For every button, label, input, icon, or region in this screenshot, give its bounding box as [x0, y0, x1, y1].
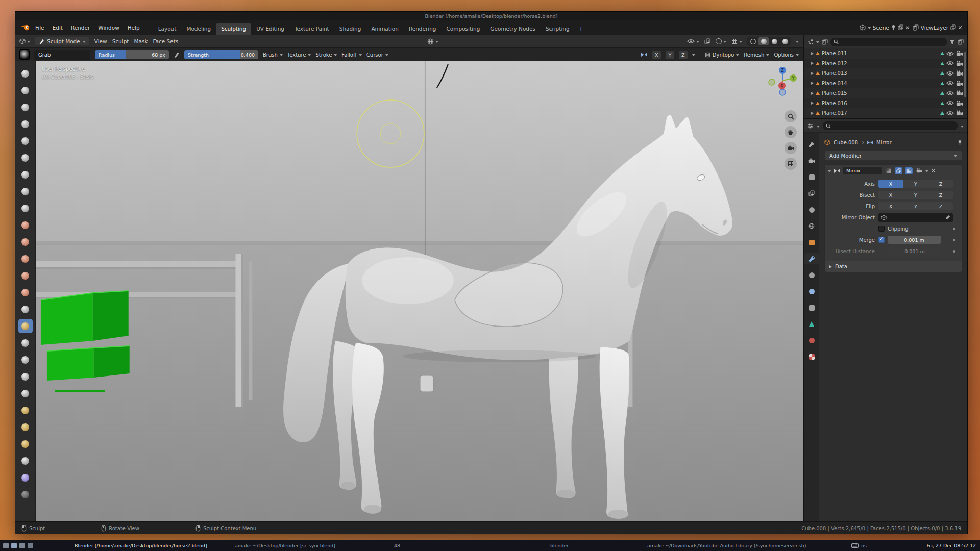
bisect-x-button[interactable]: X	[878, 191, 903, 199]
active-tool-name[interactable]: Grab	[34, 50, 90, 60]
properties-tab-scene[interactable]	[804, 204, 819, 215]
outliner-editor-icon[interactable]	[807, 39, 814, 45]
viewport-canvas[interactable]: User Perspective (0) Cube.008 : Basis Z …	[15, 61, 803, 521]
properties-tab-object-data[interactable]	[804, 318, 819, 330]
taskbar-window-blender[interactable]: Blender [/home/amalie/Desktop/blender/ho…	[75, 540, 207, 551]
tool-blob[interactable]	[18, 184, 33, 198]
expand-icon[interactable]	[811, 72, 814, 75]
bisect-z-button[interactable]: Z	[928, 191, 953, 199]
render-visibility-icon[interactable]	[956, 51, 963, 56]
modifier-name-field[interactable]: Mirror	[843, 167, 882, 174]
outliner-row[interactable]: Plane.011	[804, 48, 967, 59]
dyntopo-popover[interactable]: Dyntopo	[705, 52, 739, 58]
tool-draw[interactable]	[18, 66, 33, 81]
expand-icon[interactable]	[811, 52, 814, 55]
flip-y-button[interactable]: Y	[903, 202, 928, 210]
render-visibility-icon[interactable]	[956, 90, 963, 96]
shading-material-button[interactable]	[769, 37, 779, 45]
properties-tab-physics[interactable]	[804, 286, 819, 297]
properties-options-caret[interactable]	[961, 126, 964, 129]
workspace-tab-modeling[interactable]: Modeling	[181, 23, 216, 35]
properties-tab-texture[interactable]	[804, 351, 819, 362]
modifier-on-cage-toggle[interactable]	[885, 167, 892, 174]
render-visibility-icon[interactable]	[956, 110, 963, 116]
remesh-popover[interactable]: Remesh	[744, 52, 769, 58]
menu-help[interactable]: Help	[128, 24, 140, 31]
breadcrumb-object[interactable]: Cube.008	[834, 140, 858, 145]
outliner-new-collection-icon[interactable]	[958, 39, 964, 45]
green-plank[interactable]	[55, 390, 105, 392]
scene-browse-caret[interactable]	[868, 27, 871, 31]
shading-rendered-button[interactable]	[780, 37, 790, 45]
new-scene-icon[interactable]	[898, 24, 903, 30]
menu-mask[interactable]: Mask	[134, 38, 148, 44]
editor-type-button[interactable]	[19, 38, 30, 44]
unlink-scene-icon[interactable]	[905, 26, 910, 30]
cursor-popover[interactable]: Cursor	[366, 52, 388, 58]
xray-toggle[interactable]	[704, 38, 710, 44]
properties-tab-tool[interactable]	[804, 139, 819, 150]
data-subpanel[interactable]: Data	[825, 261, 962, 272]
outliner-row[interactable]: Plane.012	[804, 59, 967, 69]
taskbar-launcher-icon[interactable]	[11, 543, 17, 548]
visibility-dropdown[interactable]	[687, 38, 699, 44]
outliner-scrollbar[interactable]	[964, 52, 966, 97]
menu-edit[interactable]: Edit	[53, 24, 63, 31]
eyedropper-icon[interactable]	[945, 215, 950, 220]
outliner-row[interactable]: Plane.014	[804, 79, 967, 89]
breadcrumb-modifier[interactable]: Mirror	[876, 140, 891, 145]
tool-annotate[interactable]	[18, 487, 33, 502]
taskbar-window-terminal[interactable]: amalie ~/Desktop/blender [sc syncblend]	[235, 540, 335, 551]
fence-post-2[interactable]	[249, 261, 252, 400]
modifier-realtime-toggle[interactable]	[905, 167, 913, 174]
render-visibility-icon[interactable]	[956, 81, 963, 86]
workspace-tab-layout[interactable]: Layout	[153, 23, 182, 35]
tool-move[interactable]	[18, 470, 33, 485]
keyboard-layout-indicator[interactable]: us	[851, 540, 867, 551]
mode-dropdown[interactable]: Sculpt Mode	[35, 37, 89, 45]
tool-multiplane-scrape[interactable]	[18, 285, 33, 299]
perspective-toggle-button[interactable]	[785, 158, 797, 170]
pin-icon[interactable]	[891, 24, 896, 30]
gizmos-dropdown[interactable]	[731, 38, 742, 44]
axis-x-button[interactable]: X	[878, 180, 903, 188]
properties-tab-render[interactable]	[804, 155, 819, 166]
taskbar-window-blender-2[interactable]: blender	[550, 540, 569, 551]
taskbar-clock[interactable]: Fri, 27 Dec 08:52:12	[926, 540, 976, 551]
texture-popover[interactable]: Texture	[287, 52, 311, 58]
properties-tab-particles[interactable]	[804, 269, 819, 281]
properties-tab-material[interactable]	[804, 335, 819, 346]
properties-tab-constraints[interactable]	[804, 302, 819, 313]
radius-pressure-icon[interactable]	[174, 52, 180, 58]
add-modifier-button[interactable]: Add Modifier	[824, 151, 962, 161]
properties-tab-view-layer[interactable]	[804, 188, 819, 199]
new-view-layer-icon[interactable]	[950, 24, 956, 30]
orientation-dropdown[interactable]	[427, 38, 438, 45]
merge-checkbox[interactable]	[878, 237, 885, 243]
object-name[interactable]: Plane.016	[822, 101, 847, 106]
workspace-tab-compositing[interactable]: Compositing	[442, 23, 485, 35]
workspace-tab-sculpting[interactable]: Sculpting	[216, 23, 251, 35]
symmetry-x-button[interactable]: X	[652, 51, 661, 59]
mirror-object-field[interactable]	[878, 213, 953, 222]
navigation-gizmo[interactable]: Z Y X	[767, 65, 798, 96]
hide-eye-icon[interactable]	[946, 61, 954, 66]
tool-rotate[interactable]	[18, 420, 33, 434]
menu-file[interactable]: File	[35, 24, 44, 31]
remove-view-layer-icon[interactable]	[958, 26, 962, 30]
render-visibility-icon[interactable]	[956, 70, 963, 76]
outliner-display-mode-icon[interactable]	[822, 39, 828, 45]
workspace-tab-scripting[interactable]: Scripting	[541, 23, 575, 35]
modifier-extras-caret[interactable]	[925, 170, 928, 174]
taskbar-window-downloads[interactable]: amalie ~/Downloads/Youtube Audio Library…	[647, 540, 806, 551]
properties-editor-caret[interactable]	[817, 126, 820, 129]
tool-flatten[interactable]	[18, 235, 33, 249]
outliner-filter-icon[interactable]	[949, 39, 955, 45]
menu-window[interactable]: Window	[98, 24, 119, 31]
flip-x-button[interactable]: X	[878, 202, 903, 210]
scene-selector[interactable]: Scene	[860, 24, 910, 31]
tool-boundary[interactable]	[18, 454, 33, 468]
object-name[interactable]: Plane.012	[822, 61, 847, 66]
tool-clay-strips[interactable]	[18, 117, 33, 131]
object-name[interactable]: Plane.017	[822, 110, 847, 116]
